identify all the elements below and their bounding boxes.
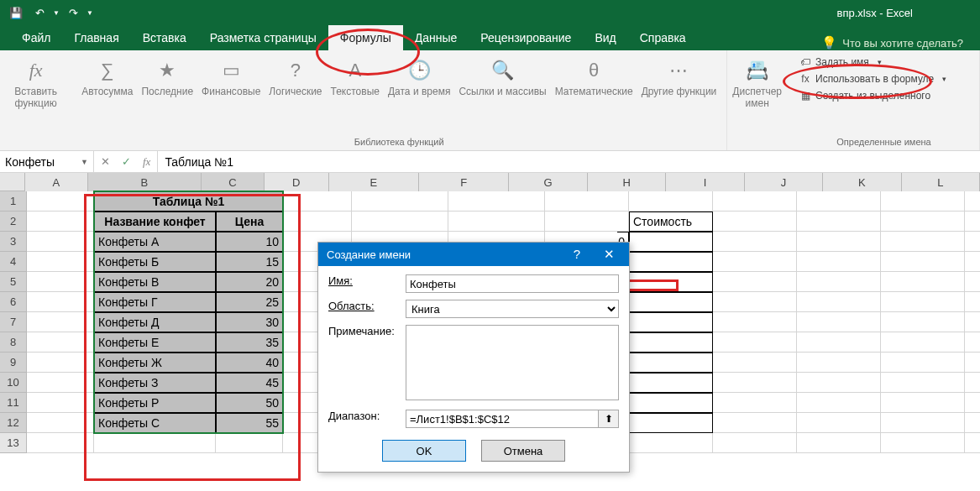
undo-icon[interactable]: ↶: [29, 2, 50, 24]
table1-name-1[interactable]: Конфеты Б: [94, 252, 216, 272]
save-icon[interactable]: 💾: [5, 2, 27, 24]
table2-h3[interactable]: Стоимость: [629, 212, 713, 232]
tab-home[interactable]: Главная: [62, 25, 130, 50]
col-header-L[interactable]: L: [902, 173, 980, 191]
cell-F2[interactable]: [448, 212, 545, 232]
table1-name-5[interactable]: Конфеты Е: [94, 332, 216, 353]
cell-F1[interactable]: [448, 191, 545, 212]
table1-price-4[interactable]: 30: [216, 312, 283, 332]
datetime-button[interactable]: 🕒Дата и время: [385, 54, 453, 101]
table1-name-4[interactable]: Конфеты Д: [94, 312, 216, 332]
table2-cost-4[interactable]: [629, 312, 713, 332]
cell-K2[interactable]: [881, 212, 965, 232]
cell-J13[interactable]: [797, 433, 881, 453]
cell-A6[interactable]: [27, 292, 94, 312]
cell-K5[interactable]: [881, 272, 965, 292]
row-header-2[interactable]: 2: [0, 212, 27, 232]
cell-K7[interactable]: [881, 312, 965, 332]
logical-button[interactable]: ?Логические: [265, 54, 325, 101]
table1-h2[interactable]: Цена: [216, 212, 283, 232]
col-header-H[interactable]: H: [588, 173, 666, 191]
cell-I6[interactable]: [713, 292, 797, 312]
cell-L8[interactable]: [965, 332, 980, 353]
accept-formula-icon[interactable]: ✓: [122, 155, 131, 168]
cell-L7[interactable]: [965, 312, 980, 332]
cell-L1[interactable]: [965, 191, 980, 212]
tab-review[interactable]: Рецензирование: [469, 25, 583, 50]
tab-layout[interactable]: Разметка страницы: [198, 25, 328, 50]
cell-J1[interactable]: [797, 191, 881, 212]
cell-J7[interactable]: [797, 312, 881, 332]
table2-cost-9[interactable]: [629, 413, 713, 433]
cell-L13[interactable]: [965, 433, 980, 453]
cell-H13[interactable]: [629, 433, 713, 453]
cell-K1[interactable]: [881, 191, 965, 212]
cell-D1[interactable]: [283, 191, 352, 212]
cell-L10[interactable]: [965, 373, 980, 393]
col-header-C[interactable]: C: [202, 173, 265, 191]
cell-K10[interactable]: [881, 373, 965, 393]
tab-view[interactable]: Вид: [583, 25, 627, 50]
name-manager-button[interactable]: 📇 Диспетчер имен: [729, 54, 785, 113]
cell-I10[interactable]: [713, 373, 797, 393]
table2-cost-5[interactable]: [629, 332, 713, 353]
row-header-12[interactable]: 12: [0, 413, 27, 433]
row-header-10[interactable]: 10: [0, 373, 27, 393]
cell-I12[interactable]: [713, 413, 797, 433]
cell-K6[interactable]: [881, 292, 965, 312]
col-header-I[interactable]: I: [666, 173, 744, 191]
cell-J3[interactable]: [797, 232, 881, 252]
name-field[interactable]: [406, 274, 619, 293]
fx-button-icon[interactable]: fx: [143, 155, 150, 169]
cell-L4[interactable]: [965, 252, 980, 272]
table1-name-9[interactable]: Конфеты С: [94, 413, 216, 433]
cell-I3[interactable]: [713, 232, 797, 252]
cell-L5[interactable]: [965, 272, 980, 292]
col-header-B[interactable]: B: [88, 173, 202, 191]
range-field[interactable]: [406, 410, 599, 428]
cell-I7[interactable]: [713, 312, 797, 332]
cell-J8[interactable]: [797, 332, 881, 353]
cell-A11[interactable]: [27, 393, 94, 413]
use-in-formula-button[interactable]: fxИспользовать в формуле▾: [795, 71, 972, 87]
table2-cost-7[interactable]: [629, 373, 713, 393]
cell-I11[interactable]: [713, 393, 797, 413]
cell-I2[interactable]: [713, 212, 797, 232]
cell-G1[interactable]: [545, 191, 629, 212]
insert-function-button[interactable]: fx Вставить функцию: [7, 54, 65, 113]
select-all-corner[interactable]: [0, 173, 25, 191]
cell-A12[interactable]: [27, 413, 94, 433]
cell-C13[interactable]: [216, 433, 283, 453]
row-header-11[interactable]: 11: [0, 393, 27, 413]
cell-I5[interactable]: [713, 272, 797, 292]
cell-G2[interactable]: [545, 212, 629, 232]
cell-E2[interactable]: [352, 212, 448, 232]
row-header-6[interactable]: 6: [0, 292, 27, 312]
cell-I8[interactable]: [713, 332, 797, 353]
cell-A13[interactable]: [27, 433, 94, 453]
cell-L12[interactable]: [965, 413, 980, 433]
table2-cost-1[interactable]: [629, 252, 713, 272]
table1-price-9[interactable]: 55: [216, 413, 283, 433]
tab-data[interactable]: Данные: [403, 25, 469, 50]
row-header-5[interactable]: 5: [0, 272, 27, 292]
cell-K4[interactable]: [881, 252, 965, 272]
tab-help[interactable]: Справка: [628, 25, 698, 50]
recent-button[interactable]: ★Последние: [138, 54, 197, 101]
cell-A2[interactable]: [27, 212, 94, 232]
table1-name-8[interactable]: Конфеты Р: [94, 393, 216, 413]
cell-E1[interactable]: [352, 191, 448, 212]
cell-J11[interactable]: [797, 393, 881, 413]
cell-K8[interactable]: [881, 332, 965, 353]
define-name-button[interactable]: 🏷Задать имя▾: [795, 54, 972, 71]
cell-L6[interactable]: [965, 292, 980, 312]
tell-me-search[interactable]: 💡 Что вы хотите сделать?: [815, 35, 970, 50]
dialog-close-icon[interactable]: ✕: [597, 247, 621, 262]
cell-J12[interactable]: [797, 413, 881, 433]
tab-insert[interactable]: Вставка: [131, 25, 198, 50]
cell-A7[interactable]: [27, 312, 94, 332]
cell-J2[interactable]: [797, 212, 881, 232]
table2-cost-8[interactable]: [629, 393, 713, 413]
cell-D2[interactable]: [283, 212, 352, 232]
ok-button[interactable]: OK: [382, 440, 466, 462]
